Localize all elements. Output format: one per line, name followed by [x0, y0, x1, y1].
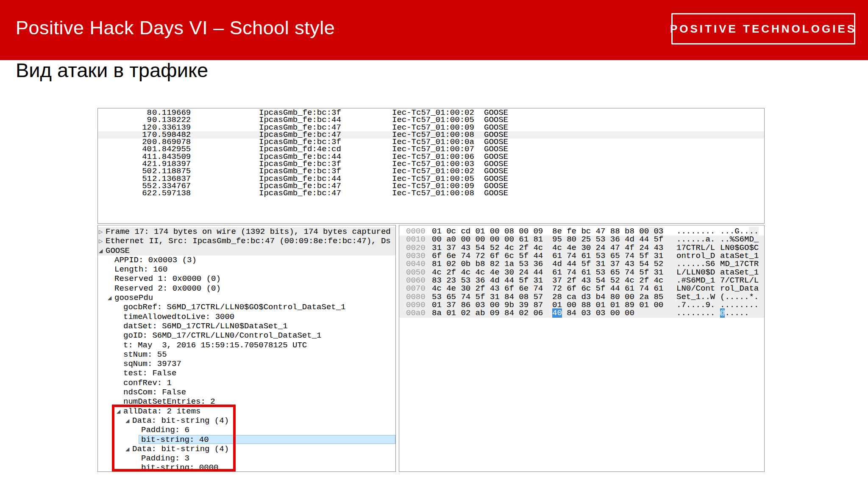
tree-row-label: goID: S6MD_17/CTRL/LLN0/Control_DataSet_… — [98, 331, 321, 340]
hex-row[interactable]: 00704c 4e 30 2f 43 6f 6e 7472 6f 6c 5f 4… — [399, 285, 764, 293]
hex-row[interactable]: 004081 02 0b b8 82 1a 53 364d 44 5f 31 3… — [399, 260, 764, 268]
tree-row[interactable]: t: May 3, 2016 15:59:15.705078125 UTC — [98, 341, 395, 350]
logo-text: POSITIVE TECHNOLOGIES — [670, 22, 857, 36]
hex-row[interactable]: 001000 a0 00 00 00 00 61 8195 80 25 53 3… — [399, 236, 764, 244]
tree-row[interactable]: datSet: S6MD_17CTRL/LLN0$DataSet_1 — [98, 322, 395, 331]
tree-row-label: Frame 17: 174 bytes on wire (1392 bits),… — [98, 227, 391, 236]
tree-row[interactable]: Length: 160 — [98, 265, 395, 274]
packet-row[interactable]: 622.597138IpcasGmb_fe:bc:47Iec-Tc57_01:0… — [98, 190, 764, 197]
hex-offset: 00a0 — [406, 309, 426, 318]
hex-bytes-group2: 95 80 25 53 36 4d 44 5f — [552, 236, 663, 244]
tree-row-label: Padding: 6 — [98, 425, 189, 435]
tree-row[interactable]: ▷Frame 17: 174 bytes on wire (1392 bits)… — [98, 227, 395, 236]
tree-row[interactable]: bit-string: 0000 — [98, 463, 395, 472]
hex-bytes-group1: 8a 01 02 ab 09 84 02 06 — [432, 309, 543, 318]
tree-row[interactable]: numDatSetEntries: 2 — [98, 397, 395, 406]
tree-row[interactable]: gocbRef: S6MD_17CTRL/LLN0$GO$Control_Dat… — [98, 302, 395, 312]
tree-row[interactable]: ◢goosePdu — [98, 293, 395, 302]
ascii-group1: ......a. — [676, 236, 715, 244]
highlighted-bytes: @ — [720, 308, 725, 318]
packet-no-cell: 8 — [98, 109, 152, 117]
tree-row-label: Ethernet II, Src: IpcasGmb_fe:bc:47 (00:… — [98, 236, 391, 246]
tree-row-label: bit-string: 0000 — [98, 463, 218, 472]
tree-row[interactable]: Padding: 3 — [98, 454, 395, 463]
tree-row[interactable]: stNum: 55 — [98, 350, 395, 359]
tree-row[interactable]: ◢Data: bit-string (4) — [98, 416, 395, 425]
tree-row[interactable]: ◢GOOSE — [98, 246, 395, 255]
tree-row[interactable]: bit-string: 40 — [98, 435, 395, 444]
tree-row-label: stNum: 55 — [98, 350, 167, 359]
packet-time-cell: 2.597138 — [152, 190, 191, 197]
positive-technologies-logo: POSITIVE TECHNOLOGIES — [671, 13, 855, 44]
tree-row-label: goosePdu — [98, 293, 153, 302]
ascii-group2: @..... — [720, 309, 749, 318]
tree-row[interactable]: goID: S6MD_17/CTRL/LLN0/Control_DataSet_… — [98, 331, 395, 340]
tree-row-label: bit-string: 40 — [98, 435, 209, 444]
tree-row-label: Length: 160 — [98, 265, 167, 274]
tree-row-label: numDatSetEntries: 2 — [98, 397, 215, 406]
highlighted-bytes: 40 — [552, 308, 562, 318]
tree-row[interactable]: APPID: 0x0003 (3) — [98, 255, 395, 265]
header-bar: Positive Hack Days VI – School style POS… — [0, 0, 868, 60]
tree-row[interactable]: ▷Ethernet II, Src: IpcasGmb_fe:bc:47 (00… — [98, 236, 395, 246]
tree-row-label: timeAllowedtoLive: 3000 — [98, 312, 234, 322]
hex-dump-pane[interactable]: 000001 0c cd 01 00 08 00 098e fe bc 47 8… — [399, 225, 765, 472]
packet-source-cell: IpcasGmb_fe:bc:47 — [259, 190, 341, 197]
tree-row-label: Reserved 1: 0x0000 (0) — [98, 274, 221, 283]
tree-row-label: APPID: 0x0003 (3) — [98, 255, 197, 265]
page-title: Вид атаки в трафике — [16, 58, 208, 82]
tree-row[interactable]: test: False — [98, 369, 395, 378]
tree-row[interactable]: Reserved 1: 0x0000 (0) — [98, 274, 395, 283]
packet-detail-pane[interactable]: ▷Frame 17: 174 bytes on wire (1392 bits)… — [97, 225, 396, 472]
tree-row[interactable]: ◢Data: bit-string (4) — [98, 444, 395, 454]
tree-row[interactable]: Reserved 2: 0x0000 (0) — [98, 284, 395, 293]
tree-row-label: Data: bit-string (4) — [98, 416, 229, 425]
tree-row-label: confRev: 1 — [98, 378, 172, 388]
slide: Positive Hack Days VI – School style POS… — [0, 0, 868, 488]
tree-row[interactable]: sqNum: 39737 — [98, 359, 395, 369]
hex-row[interactable]: 00a08a 01 02 ab 09 84 02 0640 84 03 03 0… — [399, 309, 764, 317]
ascii-group1: ........ — [676, 309, 715, 318]
packet-destination-cell: Iec-Tc57_01:00:08 — [392, 190, 474, 197]
header-title: Positive Hack Days VI – School style — [16, 17, 335, 39]
hex-offset: 0010 — [406, 236, 426, 244]
tree-row-label: t: May 3, 2016 15:59:15.705078125 UTC — [98, 341, 307, 350]
ascii-group2: ..%S6MD_ — [720, 236, 759, 244]
tree-row-label: datSet: S6MD_17CTRL/LLN0$DataSet_1 — [98, 322, 288, 331]
tree-row-label: sqNum: 39737 — [98, 359, 181, 369]
tree-row-label: ndsCom: False — [98, 388, 186, 397]
tree-row[interactable]: Padding: 6 — [98, 425, 395, 435]
hex-bytes-group2: 40 84 03 03 00 00 — [552, 309, 634, 318]
hex-bytes-group1: 00 a0 00 00 00 00 61 81 — [432, 236, 543, 244]
tree-row-label: gocbRef: S6MD_17CTRL/LLN0$GO$Control_Dat… — [98, 302, 346, 312]
packet-protocol-cell: GOOSE — [484, 190, 508, 197]
tree-row[interactable]: confRev: 1 — [98, 378, 395, 388]
packet-no-cell: 62 — [98, 190, 152, 197]
packet-list-pane[interactable]: 80.119669IpcasGmb_fe:bc:3fIec-Tc57_01:00… — [97, 108, 765, 224]
tree-row[interactable]: ◢allData: 2 items — [98, 407, 395, 416]
tree-row-label: allData: 2 items — [98, 407, 200, 416]
tree-row-label: Reserved 2: 0x0000 (0) — [98, 284, 221, 293]
tree-row-label: GOOSE — [98, 246, 130, 255]
tree-row[interactable]: timeAllowedtoLive: 3000 — [98, 312, 395, 322]
tree-row-label: Data: bit-string (4) — [98, 444, 229, 454]
tree-row[interactable]: ndsCom: False — [98, 388, 395, 397]
tree-row-label: Padding: 3 — [98, 454, 189, 463]
tree-row-label: test: False — [98, 369, 176, 378]
